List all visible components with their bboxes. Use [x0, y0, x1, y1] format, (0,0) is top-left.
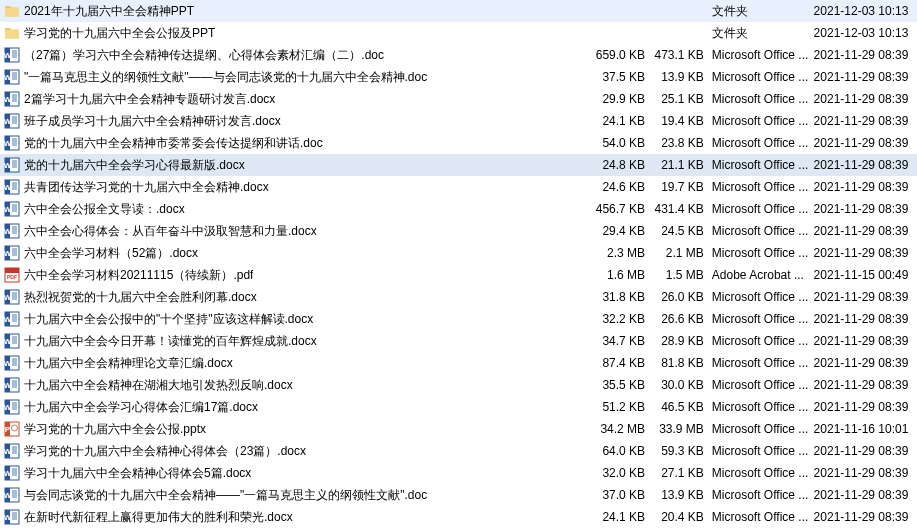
file-packed-size: 1.5 MB: [653, 268, 712, 282]
file-row[interactable]: W十九届六中全会精神理论文章汇编.docx87.4 KB81.8 KBMicro…: [0, 352, 917, 374]
file-size: 51.2 KB: [594, 400, 653, 414]
file-row[interactable]: W党的十九届六中全会学习心得最新版.docx24.8 KB21.1 KBMicr…: [0, 154, 917, 176]
file-name: 班子成员学习十九届六中全会精神研讨发言.docx: [24, 113, 281, 130]
svg-text:W: W: [4, 293, 12, 302]
svg-text:W: W: [4, 381, 12, 390]
file-row[interactable]: W六中全会公报全文导读：.docx456.7 KB431.4 KBMicroso…: [0, 198, 917, 220]
file-size: 24.1 KB: [594, 510, 653, 524]
file-name: 六中全会学习材料（52篇）.docx: [24, 245, 198, 262]
file-row[interactable]: W班子成员学习十九届六中全会精神研讨发言.docx24.1 KB19.4 KBM…: [0, 110, 917, 132]
file-row[interactable]: W在新时代新征程上赢得更加伟大的胜利和荣光.docx24.1 KB20.4 KB…: [0, 506, 917, 528]
file-packed-size: 19.7 KB: [653, 180, 712, 194]
file-row[interactable]: W六中全会学习材料（52篇）.docx2.3 MB2.1 MBMicrosoft…: [0, 242, 917, 264]
file-date: 2021-11-29 08:39: [814, 488, 917, 502]
word-icon: W: [4, 135, 20, 151]
file-size: 24.8 KB: [594, 158, 653, 172]
file-size: 54.0 KB: [594, 136, 653, 150]
file-type: Microsoft Office ...: [712, 510, 814, 524]
file-row[interactable]: W2篇学习十九届六中全会精神专题研讨发言.docx29.9 KB25.1 KBM…: [0, 88, 917, 110]
file-type: Microsoft Office ...: [712, 202, 814, 216]
word-icon: W: [4, 333, 20, 349]
file-type: Microsoft Office ...: [712, 48, 814, 62]
file-row[interactable]: W学习党的十九届六中全会精神心得体会（23篇）.docx64.0 KB59.3 …: [0, 440, 917, 462]
file-row[interactable]: W热烈祝贺党的十九届六中全会胜利闭幕.docx31.8 KB26.0 KBMic…: [0, 286, 917, 308]
word-icon: W: [4, 179, 20, 195]
word-icon: W: [4, 69, 20, 85]
file-row[interactable]: W十九届六中全会精神在湖湘大地引发热烈反响.docx35.5 KB30.0 KB…: [0, 374, 917, 396]
file-row[interactable]: W"一篇马克思主义的纲领性文献"——与会同志谈党的十九届六中全会精神.doc37…: [0, 66, 917, 88]
file-date: 2021-11-29 08:39: [814, 246, 917, 260]
file-row[interactable]: W共青团传达学习党的十九届六中全会精神.docx24.6 KB19.7 KBMi…: [0, 176, 917, 198]
file-type: Microsoft Office ...: [712, 114, 814, 128]
file-name: 共青团传达学习党的十九届六中全会精神.docx: [24, 179, 269, 196]
file-type: Microsoft Office ...: [712, 422, 814, 436]
svg-text:W: W: [4, 183, 12, 192]
file-size: 1.6 MB: [594, 268, 653, 282]
file-type: Microsoft Office ...: [712, 378, 814, 392]
file-packed-size: 431.4 KB: [653, 202, 712, 216]
file-date: 2021-11-29 08:39: [814, 290, 917, 304]
word-icon: W: [4, 245, 20, 261]
svg-text:W: W: [4, 491, 12, 500]
file-name: 学习党的十九届六中全会公报.pptx: [24, 421, 206, 438]
file-type: Adobe Acrobat ...: [712, 268, 814, 282]
word-icon: W: [4, 91, 20, 107]
file-date: 2021-11-29 08:39: [814, 70, 917, 84]
folder-icon: [4, 25, 20, 41]
file-size: 29.9 KB: [594, 92, 653, 106]
file-name: 十九届六中全会今日开幕！读懂党的百年辉煌成就.docx: [24, 333, 317, 350]
file-row[interactable]: W六中全会心得体会：从百年奋斗中汲取智慧和力量.docx29.4 KB24.5 …: [0, 220, 917, 242]
svg-text:W: W: [4, 139, 12, 148]
file-size: 37.0 KB: [594, 488, 653, 502]
svg-text:W: W: [4, 227, 12, 236]
file-size: 659.0 KB: [594, 48, 653, 62]
file-date: 2021-11-29 08:39: [814, 356, 917, 370]
file-packed-size: 2.1 MB: [653, 246, 712, 260]
file-size: 37.5 KB: [594, 70, 653, 84]
file-date: 2021-11-15 00:49: [814, 268, 917, 282]
file-packed-size: 30.0 KB: [653, 378, 712, 392]
file-row[interactable]: W与会同志谈党的十九届六中全会精神——"一篇马克思主义的纲领性文献".doc37…: [0, 484, 917, 506]
file-name: 与会同志谈党的十九届六中全会精神——"一篇马克思主义的纲领性文献".doc: [24, 487, 427, 504]
svg-text:W: W: [4, 205, 12, 214]
file-date: 2021-11-16 10:01: [814, 422, 917, 436]
file-type: Microsoft Office ...: [712, 180, 814, 194]
file-name: "一篇马克思主义的纲领性文献"——与会同志谈党的十九届六中全会精神.doc: [24, 69, 427, 86]
file-size: 29.4 KB: [594, 224, 653, 238]
file-name: 党的十九届六中全会学习心得最新版.docx: [24, 157, 245, 174]
file-name: （27篇）学习六中全会精神传达提纲、心得体会素材汇编（二）.doc: [24, 47, 384, 64]
file-date: 2021-11-29 08:39: [814, 224, 917, 238]
file-packed-size: 33.9 MB: [653, 422, 712, 436]
file-row[interactable]: W十九届六中全会今日开幕！读懂党的百年辉煌成就.docx34.7 KB28.9 …: [0, 330, 917, 352]
file-name: 学习十九届六中全会精神心得体会5篇.docx: [24, 465, 251, 482]
pdf-icon: PDF: [4, 267, 20, 283]
file-row[interactable]: W（27篇）学习六中全会精神传达提纲、心得体会素材汇编（二）.doc659.0 …: [0, 44, 917, 66]
file-type: Microsoft Office ...: [712, 92, 814, 106]
file-type: Microsoft Office ...: [712, 356, 814, 370]
file-type: Microsoft Office ...: [712, 290, 814, 304]
file-row[interactable]: PDF六中全会学习材料20211115（待续新）.pdf1.6 MB1.5 MB…: [0, 264, 917, 286]
file-packed-size: 46.5 KB: [653, 400, 712, 414]
folder-row[interactable]: 2021年十九届六中全会精神PPT文件夹2021-12-03 10:13: [0, 0, 917, 22]
word-icon: W: [4, 311, 20, 327]
file-row[interactable]: P学习党的十九届六中全会公报.pptx34.2 MB33.9 MBMicroso…: [0, 418, 917, 440]
file-packed-size: 26.0 KB: [653, 290, 712, 304]
file-date: 2021-11-29 08:39: [814, 114, 917, 128]
file-size: 24.6 KB: [594, 180, 653, 194]
file-type: Microsoft Office ...: [712, 70, 814, 84]
svg-text:W: W: [4, 51, 12, 60]
file-row[interactable]: W十九届六中全会公报中的"十个坚持"应该这样解读.docx32.2 KB26.6…: [0, 308, 917, 330]
file-date: 2021-11-29 08:39: [814, 312, 917, 326]
file-row[interactable]: W学习十九届六中全会精神心得体会5篇.docx32.0 KB27.1 KBMic…: [0, 462, 917, 484]
file-packed-size: 21.1 KB: [653, 158, 712, 172]
folder-row[interactable]: 学习党的十九届六中全会公报及PPT文件夹2021-12-03 10:13: [0, 22, 917, 44]
file-type: Microsoft Office ...: [712, 136, 814, 150]
folder-icon: [4, 3, 20, 19]
file-date: 2021-11-29 08:39: [814, 400, 917, 414]
file-row[interactable]: W党的十九届六中全会精神市委常委会传达提纲和讲话.doc54.0 KB23.8 …: [0, 132, 917, 154]
word-icon: W: [4, 289, 20, 305]
file-date: 2021-11-29 08:39: [814, 180, 917, 194]
svg-text:W: W: [4, 73, 12, 82]
file-date: 2021-11-29 08:39: [814, 158, 917, 172]
file-row[interactable]: W十九届六中全会学习心得体会汇编17篇.docx51.2 KB46.5 KBMi…: [0, 396, 917, 418]
